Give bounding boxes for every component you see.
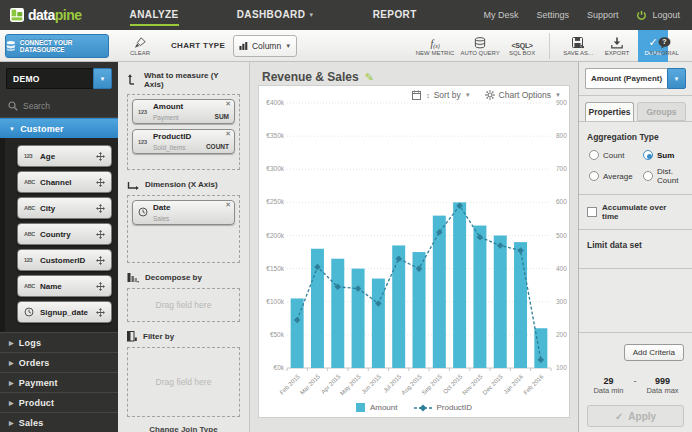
move-handle-icon[interactable] [96,256,105,265]
field-chip-age[interactable]: 123 Age [17,145,112,167]
clear-brush-icon [134,35,146,49]
my-desk-link[interactable]: My Desk [483,10,518,20]
clear-button[interactable]: CLEAR [123,31,157,61]
numeric-field-icon: 123 [138,139,153,145]
limit-data-set-label: Limit data set [587,240,684,250]
top-navbar: datapine ANALYZE DASHBOARD▼ REPORT My De… [0,0,692,30]
settings-link[interactable]: Settings [536,10,569,20]
measure-chip-amount[interactable]: 123 AmountPayment SUM ✕ [132,99,235,124]
field-selector-dropdown-button[interactable]: ▼ [667,68,686,89]
svg-text:600: 600 [556,198,567,205]
field-chip-customerid[interactable]: 123 CustomerID [17,249,112,271]
legend-bar-swatch [356,403,365,412]
field-chip-channel[interactable]: ABC Channel [17,171,112,193]
text-field-icon: ABC [24,179,40,185]
field-chip-name[interactable]: ABC Name [17,275,112,297]
sidebar-table-logs[interactable]: ▶Logs [0,332,118,352]
filter-dropzone[interactable]: Drag field here [127,347,240,417]
move-handle-icon[interactable] [96,282,105,291]
svg-text:700: 700 [556,165,567,172]
move-handle-icon[interactable] [96,152,105,161]
remove-icon[interactable]: ✕ [225,130,231,138]
sql-box-button[interactable]: <SQL> SQL BOX [505,31,539,61]
sidebar-table-payment[interactable]: ▶Payment [0,372,118,392]
svg-text:300: 300 [556,298,567,305]
move-handle-icon[interactable] [96,230,105,239]
svg-text:€150k: €150k [266,265,284,272]
dimension-chip-date[interactable]: DateSales ✕ [132,200,235,225]
filter-header: Filter by [127,331,240,342]
search-input[interactable] [23,101,103,111]
sidebar-table-customer[interactable]: ▼ Customer [0,118,118,138]
toolbar: CONNECT YOUR DATASOURCE CLEAR CHART TYPE… [0,30,692,62]
legend-item-amount[interactable]: Amount [356,403,398,412]
add-criteria-button[interactable]: Add Criteria [624,344,684,361]
menu-dashboard[interactable]: DASHBOARD▼ [237,5,315,26]
menu-report[interactable]: REPORT [373,5,417,26]
svg-text:Jun 2015: Jun 2015 [360,373,382,395]
remove-icon[interactable]: ✕ [225,100,231,108]
field-chip-country[interactable]: ABC Country [17,223,112,245]
auto-query-button[interactable]: AUTO QUERY [459,31,501,61]
chart-type-value: Column [252,41,281,51]
chart-type-dropdown[interactable]: Column ▼ [233,35,297,57]
measure-dropzone[interactable]: 123 AmountPayment SUM ✕ 123 ProductIDSol… [127,94,240,170]
dimension-dropzone[interactable]: DateSales ✕ [127,195,240,263]
top-right-menu: My Desk Settings Support Logout [483,10,680,21]
datasource-dropdown-button[interactable]: ▼ [93,68,112,89]
svg-text:800: 800 [556,132,567,139]
sort-by-control[interactable]: ↕ Sort by ▼ [412,90,470,100]
datapine-logo[interactable]: datapine [10,7,82,23]
apply-button[interactable]: ✓ Apply [587,405,684,427]
datasource-selector[interactable]: DEMO [6,68,93,89]
svg-text:Nov 2015: Nov 2015 [461,373,484,396]
logout-link[interactable]: Logout [636,10,680,21]
change-join-type-link[interactable]: Change Join Type [127,425,240,432]
datasource-icon [6,40,16,52]
svg-text:Dec 2015: Dec 2015 [482,373,505,396]
radio-sum[interactable]: Sum [643,150,684,160]
move-handle-icon[interactable] [96,178,105,187]
sidebar-table-product[interactable]: ▶Product [0,392,118,412]
expand-arrow-icon: ▼ [9,126,15,132]
move-handle-icon[interactable] [96,204,105,213]
tab-groups[interactable]: Groups [637,102,686,121]
dimension-header: Dimension (X Axis) [127,179,240,190]
numeric-field-icon: 123 [138,109,153,115]
edit-title-icon[interactable]: ✎ [365,71,374,84]
aggregation-options: Count Sum Average Dist. Count [589,150,684,185]
new-metric-button[interactable]: f(x) NEW METRIC [415,31,455,61]
function-icon: f(x) [430,35,439,49]
datapine-logo-icon [10,8,24,22]
svg-text:Mar 2015: Mar 2015 [299,373,322,396]
radio-dist-count[interactable]: Dist. Count [643,167,684,185]
measure-chip-productid[interactable]: 123 ProductIDSold_Items COUNT ✕ [132,129,235,154]
chart-options-control[interactable]: Chart Options ▼ [485,90,561,100]
svg-text:500: 500 [556,232,567,239]
menu-analyze[interactable]: ANALYZE [130,5,179,26]
connect-datasource-button[interactable]: CONNECT YOUR DATASOURCE [5,34,109,58]
radio-count[interactable]: Count [589,150,639,160]
tab-properties[interactable]: Properties [585,102,634,121]
support-link[interactable]: Support [587,10,619,20]
tutorial-button[interactable]: ? TUTORIAL [644,30,684,60]
legend-item-productid[interactable]: ProductID [414,403,473,412]
save-as-button[interactable]: SAVE AS... [560,31,596,61]
main-menu: ANALYZE DASHBOARD▼ REPORT [130,5,417,26]
chart-type-label: CHART TYPE [171,41,225,50]
svg-text:€50k: €50k [270,331,285,338]
field-selector[interactable]: Amount (Payment) [585,68,667,89]
radio-average[interactable]: Average [589,167,639,185]
svg-text:100: 100 [556,364,567,371]
remove-icon[interactable]: ✕ [225,201,231,209]
move-handle-icon[interactable] [96,308,105,317]
export-button[interactable]: EXPORT [600,31,634,61]
accumulate-checkbox-row[interactable]: Accumulate over time [587,203,684,221]
measure-header: What to measure (Y Axis) [127,71,240,89]
sidebar-table-sales[interactable]: ▶Sales [0,412,118,432]
sidebar-table-orders[interactable]: ▶Orders [0,352,118,372]
decompose-dropzone[interactable]: Drag field here [127,288,240,322]
database-icon [474,35,486,49]
field-chip-city[interactable]: ABC City [17,197,112,219]
field-chip-signup-date[interactable]: Signup_date [17,301,112,323]
